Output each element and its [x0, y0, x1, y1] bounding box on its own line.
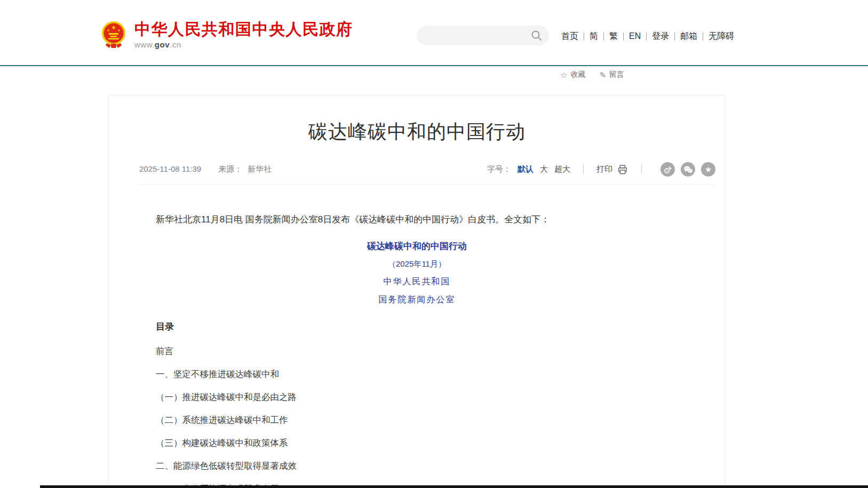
whitepaper-org-line1: 中华人民共和国 — [156, 276, 678, 287]
search-input[interactable] — [417, 26, 549, 45]
svg-text:★: ★ — [112, 25, 116, 30]
nav-home[interactable]: 首页 — [556, 31, 584, 42]
nav-mail[interactable]: 邮箱 — [675, 31, 703, 42]
meta-divider — [641, 165, 642, 174]
print-label: 打印 — [596, 164, 612, 174]
page-actions: ☆ 收藏 ✎ 留言 — [560, 70, 624, 79]
header-divider-line — [0, 65, 868, 66]
meta-divider — [583, 165, 584, 174]
article-title: 碳达峰碳中和的中国行动 — [109, 119, 725, 145]
comment-label: 留言 — [609, 70, 624, 79]
print-button[interactable]: 打印 — [596, 164, 628, 175]
toc-item-preface: 前言 — [156, 347, 678, 356]
publish-date: 2025-11-08 11:39 — [139, 164, 201, 173]
search-box[interactable] — [417, 26, 549, 45]
toc-item-2: 二、能源绿色低碳转型取得显著成效 — [156, 461, 678, 470]
site-logo-link[interactable]: ★ ★ ★ 中华人民共和国中央人民政府 www.gov.cn — [100, 20, 353, 49]
star-filled-icon: ★ — [705, 165, 712, 173]
share-buttons: ★ — [655, 162, 715, 177]
whitepaper-date: （2025年11月） — [156, 259, 678, 269]
toc-heading: 目录 — [156, 321, 678, 333]
printer-icon — [617, 164, 628, 175]
font-size-xlarge[interactable]: 超大 — [554, 164, 570, 174]
font-size-default[interactable]: 默认 — [517, 164, 533, 174]
toc-item-1: 一、坚定不移推进碳达峰碳中和 — [156, 370, 678, 379]
svg-text:★: ★ — [117, 29, 120, 32]
top-navigation: 首页 简 繁 EN 登录 邮箱 无障碍 — [556, 28, 739, 44]
article-content: 新华社北京11月8日电 国务院新闻办公室8日发布《碳达峰碳中和的中国行动》白皮书… — [109, 213, 725, 488]
svg-text:★: ★ — [107, 29, 109, 32]
toc-item-1-2: （二）系统推进碳达峰碳中和工作 — [156, 415, 678, 425]
source-label: 来源： — [218, 164, 242, 174]
nav-traditional[interactable]: 繁 — [604, 31, 623, 42]
article-panel: 碳达峰碳中和的中国行动 2025-11-08 11:39 来源： 新华社 字号：… — [108, 95, 726, 488]
star-outline-icon: ☆ — [560, 71, 567, 79]
share-weibo-icon[interactable] — [660, 162, 675, 177]
share-wechat-icon[interactable] — [681, 162, 695, 177]
site-url: www.gov.cn — [134, 40, 353, 49]
favorite-label: 收藏 — [570, 70, 585, 79]
nav-english[interactable]: EN — [624, 31, 646, 41]
site-header: ★ ★ ★ 中华人民共和国中央人民政府 www.gov.cn 首页 简 繁 EN — [0, 0, 868, 65]
site-title: 中华人民共和国中央人民政府 — [134, 20, 353, 38]
nav-simplified[interactable]: 简 — [584, 31, 603, 42]
share-qzone-star-icon[interactable]: ★ — [701, 162, 715, 177]
nav-login[interactable]: 登录 — [647, 31, 674, 42]
font-size-label: 字号： — [487, 164, 511, 174]
national-emblem-icon: ★ ★ ★ — [100, 20, 127, 49]
pencil-icon: ✎ — [599, 71, 606, 79]
search-icon[interactable] — [530, 29, 543, 42]
article-meta-right: 字号： 默认 大 超大 打印 — [487, 162, 715, 177]
toc-item-1-3: （三）构建碳达峰碳中和政策体系 — [156, 438, 678, 447]
favorite-button[interactable]: ☆ 收藏 — [560, 70, 585, 79]
lead-paragraph: 新华社北京11月8日电 国务院新闻办公室8日发布《碳达峰碳中和的中国行动》白皮书… — [156, 213, 678, 227]
source-value[interactable]: 新华社 — [248, 164, 272, 174]
article-meta-left: 2025-11-08 11:39 来源： 新华社 — [139, 164, 272, 174]
toc-item-1-1: （一）推进碳达峰碳中和是必由之路 — [156, 393, 678, 402]
whitepaper-title: 碳达峰碳中和的中国行动 — [156, 240, 678, 252]
font-size-large[interactable]: 大 — [540, 164, 548, 174]
whitepaper-org-line2: 国务院新闻办公室 — [156, 294, 678, 306]
comment-button[interactable]: ✎ 留言 — [599, 70, 624, 79]
nav-accessibility[interactable]: 无障碍 — [703, 31, 739, 42]
bottom-edge-bar — [40, 485, 868, 488]
article-meta-bar: 2025-11-08 11:39 来源： 新华社 字号： 默认 大 超大 打印 — [139, 162, 715, 185]
